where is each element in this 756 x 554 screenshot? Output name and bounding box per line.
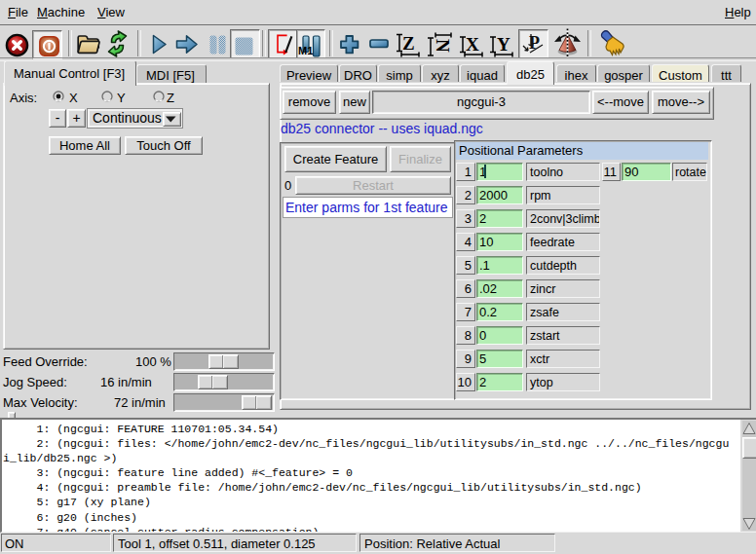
svg-text:Y: Y — [497, 34, 510, 55]
svg-text:Z: Z — [402, 33, 415, 54]
svg-text:N: N — [433, 39, 453, 53]
svg-text:X: X — [466, 34, 479, 55]
